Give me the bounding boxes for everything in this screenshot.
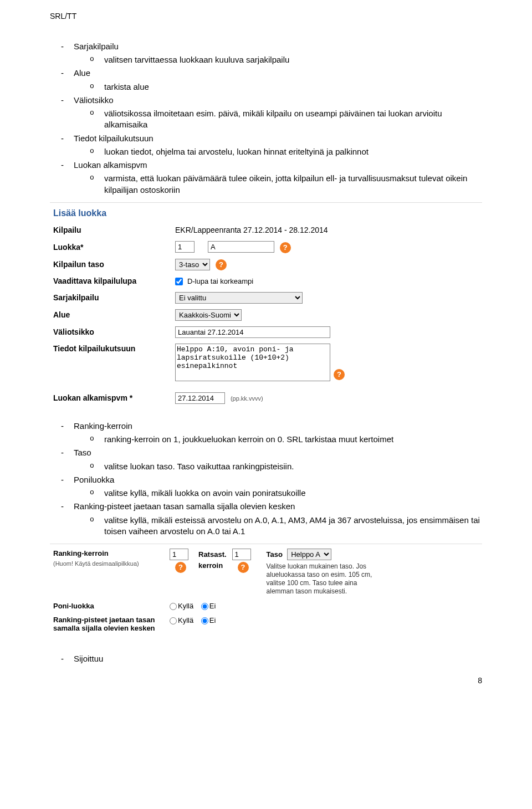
label-kilpailun-taso: Kilpailun taso — [53, 259, 175, 270]
list-subitem: varmista, että luokan päivämäärä tulee o… — [90, 173, 482, 196]
label-poni: Poni-luokka — [53, 601, 164, 611]
list-item: Alue — [61, 68, 482, 79]
page-number: 8 — [50, 675, 482, 686]
help-icon[interactable]: ? — [216, 259, 227, 270]
list-item: Väliotsikko — [61, 95, 482, 106]
list-item: Taso — [61, 447, 482, 458]
list-item: Poniluokka — [61, 474, 482, 485]
list-subitem: ranking-kerroin on 1, joukkueluokan kerr… — [90, 434, 482, 445]
radio-split-kylla[interactable] — [170, 617, 177, 624]
label-ratsast: Ratsast. — [198, 550, 227, 559]
label-taso2: Taso — [267, 550, 283, 559]
bullet-list-1: Sarjakilpailu valitsen tarvittaessa luok… — [50, 41, 482, 196]
radio-label-ei: Ei — [209, 616, 216, 624]
form-ranking: Ranking-kerroin (Huom! Käytä desimaalipi… — [50, 544, 482, 639]
select-sarja[interactable]: Ei valittu — [175, 292, 303, 304]
form-add-class: Lisää luokka Kilpailu EKR/Lappeenranta 2… — [50, 202, 482, 407]
input-ratsast[interactable] — [232, 549, 251, 560]
select-alue[interactable]: Kaakkois-Suomi — [175, 309, 242, 321]
list-subitem: luokan tiedot, ohjelma tai arvostelu, lu… — [90, 146, 482, 157]
checkbox-label: D-lupa tai korkeampi — [187, 277, 253, 285]
label-ranking-kerroin: Ranking-kerroin — [53, 549, 164, 559]
input-valiotsikko[interactable] — [175, 326, 330, 338]
label-kilpailu: Kilpailu — [53, 225, 175, 235]
input-luokka-num[interactable] — [175, 241, 195, 253]
help-icon[interactable]: ? — [280, 242, 291, 253]
select-taso[interactable]: 3-taso — [175, 259, 210, 270]
list-subitem: valitse kyllä, mikäli luokka on avoin va… — [90, 488, 482, 499]
list-item: Ranking-kerroin — [61, 421, 482, 432]
hint-dateformat: (pp.kk.vvvv) — [231, 395, 263, 402]
document-header: SRL/TT — [50, 11, 482, 22]
bullet-list-3: Sijoittuu — [50, 653, 482, 664]
label-kerroin: kerroin — [198, 561, 223, 570]
select-taso2[interactable]: Helppo A — [287, 549, 331, 560]
help-icon[interactable]: ? — [238, 562, 249, 573]
checkbox-lupa[interactable] — [175, 278, 183, 285]
list-subitem: valitse kyllä, mikäli esteissä arvostelu… — [90, 515, 482, 537]
label-alkpvm: Luokan alkamispvm * — [53, 393, 175, 403]
radio-label-ei: Ei — [209, 602, 216, 610]
list-subitem: valitse luokan taso. Taso vaikuttaa rank… — [90, 461, 482, 472]
input-ranking[interactable] — [170, 549, 188, 560]
list-item: Tiedot kilpailukutsuun — [61, 133, 482, 144]
form-title: Lisää luokka — [50, 203, 482, 223]
label-valiotsikko: Väliotsikko — [53, 327, 175, 337]
list-subitem: tarkista alue — [90, 81, 482, 93]
label-alue: Alue — [53, 310, 175, 320]
input-luokka-a[interactable] — [208, 241, 274, 253]
radio-label-kylla: Kyllä — [178, 602, 193, 610]
list-subitem: valitsen tarvittaessa luokkaan kuuluva s… — [90, 54, 482, 65]
radio-label-kylla: Kyllä — [178, 616, 193, 624]
label-luokka: Luokka* — [53, 242, 175, 253]
label-tiedot: Tiedot kilpailukutsuun — [53, 344, 175, 354]
value-kilpailu: EKR/Lappeenranta 27.12.2014 - 28.12.2014 — [175, 225, 479, 235]
label-sarjakilpailu: Sarjakilpailu — [53, 293, 175, 303]
list-item: Sarjakilpailu — [61, 41, 482, 52]
list-subitem: väliotsikossa ilmoitetaan esim. päivä, m… — [90, 108, 482, 131]
hint-taso: Valitse luokan mukainen taso. Jos aluelu… — [267, 562, 383, 596]
radio-poni-ei[interactable] — [201, 603, 208, 610]
help-icon[interactable]: ? — [334, 369, 345, 380]
list-item: Sijoittuu — [61, 653, 482, 664]
bullet-list-2: Ranking-kerroin ranking-kerroin on 1, jo… — [50, 421, 482, 537]
help-icon[interactable]: ? — [175, 562, 186, 573]
textarea-tiedot[interactable]: Helppo A:10, avoin poni- ja lapsiratsuko… — [175, 344, 330, 381]
list-item: Luokan alkamispvm — [61, 160, 482, 171]
list-item: Ranking-pisteet jaetaan tasan samalla si… — [61, 501, 482, 512]
radio-split-ei[interactable] — [201, 617, 208, 624]
input-alkpvm[interactable] — [175, 392, 225, 404]
label-vaadittava: Vaadittava kilpailulupa — [53, 276, 175, 286]
radio-poni-kylla[interactable] — [170, 603, 177, 610]
hint-decimal: (Huom! Käytä desimaalipilkkua) — [53, 560, 164, 568]
label-rank-split: Ranking-pisteet jaetaan tasan samalla si… — [53, 616, 164, 633]
